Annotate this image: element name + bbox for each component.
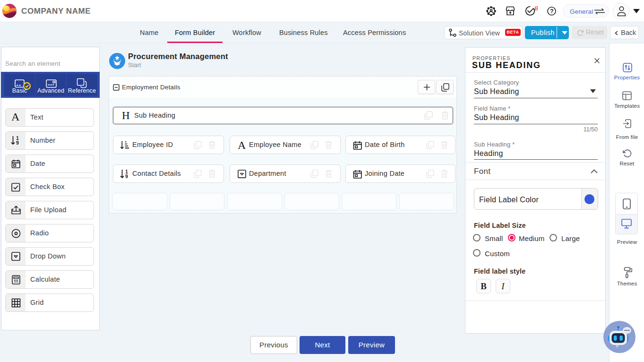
svg-text:8: 8 [535,5,539,12]
svg-text:?: ? [550,8,553,15]
svg-text:9: 9 [125,173,128,179]
svg-text:9: 9 [16,140,19,146]
